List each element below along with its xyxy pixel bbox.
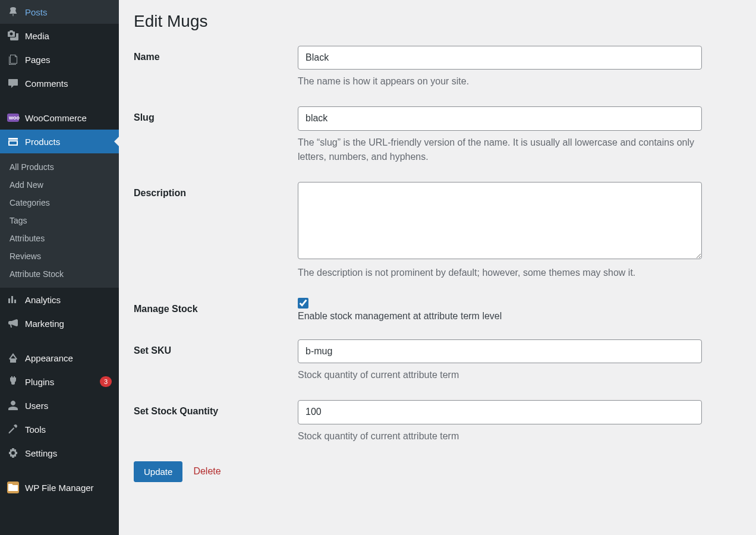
sidebar-item-media[interactable]: Media [0,24,119,48]
sidebar-subitem-attribute-stock[interactable]: Attribute Stock [0,265,119,283]
pages-icon [7,54,19,65]
sidebar-item-analytics[interactable]: Analytics [0,288,119,311]
marketing-icon [7,317,19,329]
plugins-icon [7,376,19,388]
tools-icon [7,423,19,435]
sidebar-item-posts[interactable]: Posts [0,0,119,24]
field-label-manage-stock: Manage Stock [134,298,298,322]
update-button[interactable]: Update [134,461,182,482]
sidebar-item-comments[interactable]: Comments [0,71,119,95]
description-textarea[interactable] [298,182,702,259]
sidebar-item-label: Comments [25,78,112,89]
field-row-name: Name The name is how it appears on your … [134,46,741,89]
sku-help: Stock quantity of current attribute term [298,368,702,382]
field-row-description: Description The description is not promi… [134,182,741,280]
sidebar-item-label: Settings [25,448,112,458]
field-label-stock-quantity: Set Stock Quantity [134,400,298,443]
sidebar-item-appearance[interactable]: Appearance [0,346,119,370]
sidebar-item-plugins[interactable]: Plugins 3 [0,370,119,394]
settings-icon [7,447,19,459]
sidebar-subitem-categories[interactable]: Categories [0,194,119,212]
sidebar-item-tools[interactable]: Tools [0,417,119,441]
admin-sidebar: Posts Media Pages Comments woo WooCommer… [0,0,119,535]
comment-icon [7,77,19,89]
sidebar-item-label: Users [25,401,112,411]
products-icon [7,136,19,147]
field-row-manage-stock: Manage Stock Enable stock management at … [134,298,741,322]
field-label-slug: Slug [134,106,298,163]
sidebar-separator [0,465,119,476]
sidebar-subitem-attributes[interactable]: Attributes [0,229,119,247]
sidebar-item-pages[interactable]: Pages [0,48,119,71]
sidebar-item-label: Media [25,31,112,41]
media-icon [7,30,19,42]
manage-stock-checkbox-label: Enable stock management at attribute ter… [298,311,502,322]
sidebar-item-label: Pages [25,55,112,65]
sidebar-submenu-products: All Products Add New Categories Tags Att… [0,153,119,288]
sidebar-item-label: Posts [25,7,112,17]
sidebar-item-label: Analytics [25,295,112,305]
sidebar-item-label: Plugins [25,377,96,387]
delete-link[interactable]: Delete [193,466,220,477]
field-row-stock-quantity: Set Stock Quantity Stock quantity of cur… [134,400,741,443]
sidebar-subitem-tags[interactable]: Tags [0,212,119,229]
field-row-sku: Set SKU Stock quantity of current attrib… [134,339,741,382]
name-input[interactable] [298,46,702,70]
field-label-name: Name [134,46,298,89]
users-icon [7,399,19,411]
form-actions: Update Delete [134,461,741,482]
sidebar-item-users[interactable]: Users [0,394,119,417]
stock-quantity-input[interactable] [298,400,702,424]
slug-help: The “slug” is the URL-friendly version o… [298,136,702,164]
description-help: The description is not prominent by defa… [298,266,702,280]
main-content: Edit Mugs Name The name is how it appear… [119,0,756,535]
sidebar-subitem-reviews[interactable]: Reviews [0,247,119,265]
sidebar-subitem-all-products[interactable]: All Products [0,158,119,176]
sidebar-item-label: Products [25,137,112,147]
slug-input[interactable] [298,106,702,130]
sidebar-item-label: WooCommerce [25,113,112,123]
sidebar-item-woocommerce[interactable]: woo WooCommerce [0,106,119,130]
sidebar-subitem-add-new[interactable]: Add New [0,176,119,194]
field-row-slug: Slug The “slug” is the URL-friendly vers… [134,106,741,163]
sku-input[interactable] [298,339,702,363]
sidebar-item-wp-file-manager[interactable]: WP File Manager [0,476,119,499]
analytics-icon [7,294,19,306]
stock-quantity-help: Stock quantity of current attribute term [298,429,702,443]
manage-stock-checkbox[interactable] [298,298,308,309]
field-label-sku: Set SKU [134,339,298,382]
sidebar-item-marketing[interactable]: Marketing [0,311,119,335]
sidebar-item-label: Marketing [25,319,112,329]
sidebar-item-label: Tools [25,424,112,435]
appearance-icon [7,352,19,364]
name-help: The name is how it appears on your site. [298,74,702,89]
sidebar-item-settings[interactable]: Settings [0,441,119,465]
sidebar-item-label: WP File Manager [25,483,112,493]
woo-icon: woo [7,112,19,124]
page-title: Edit Mugs [134,12,741,31]
sidebar-separator [0,335,119,346]
sidebar-item-label: Appearance [25,353,112,363]
sidebar-item-products[interactable]: Products [0,130,119,153]
field-label-description: Description [134,182,298,280]
sidebar-separator [0,95,119,106]
plugins-badge: 3 [100,376,112,387]
pin-icon [7,6,19,18]
wpfm-icon [7,482,19,493]
